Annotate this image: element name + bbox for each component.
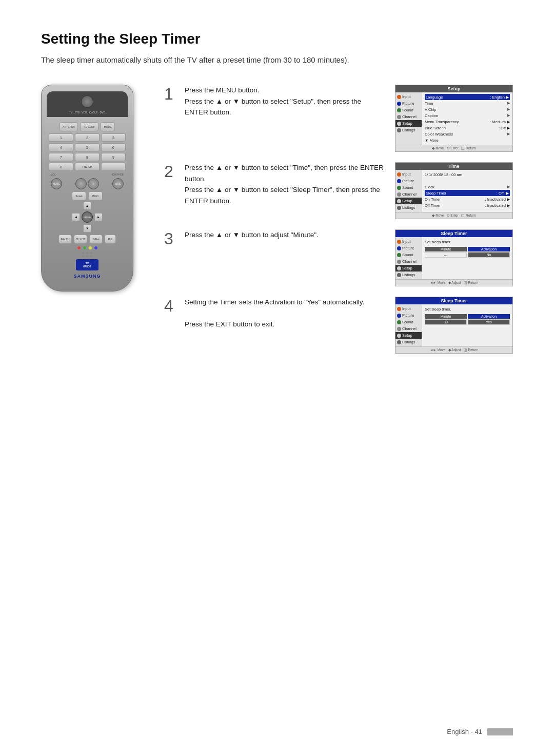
remote-container: TV STB VCR CABLE DVD ANTENNA TV Guide MO… xyxy=(41,85,144,292)
dot4 xyxy=(82,255,84,257)
screen-4-header: Sleep Timer xyxy=(395,297,512,304)
menu-sleeptimer: Sleep Timer : Off ▶ xyxy=(425,190,510,196)
menu-time-arrow: ▶ xyxy=(507,101,510,105)
sleep-val-activation: No xyxy=(468,252,510,258)
step-3-screen: Sleep Timer Input Picture xyxy=(395,229,513,286)
num-5[interactable]: 5 xyxy=(75,143,100,151)
remote-body: ANTENNA TV Guide MODE 1 2 3 4 5 6 7 8 9 xyxy=(47,120,128,281)
menu-transparency: Menu Transparency : Medium ▶ xyxy=(425,119,510,125)
dpad-left[interactable]: ◄ xyxy=(72,213,80,221)
dot2 xyxy=(86,252,88,254)
s4-listings-label: Listings xyxy=(402,340,415,344)
screen-2-header: Time xyxy=(395,163,512,170)
step-1-row: 1 Press the MENU button. Press the ▲ or … xyxy=(164,85,513,152)
num-1[interactable]: 1 xyxy=(49,133,73,142)
footer-text: English - 41 xyxy=(447,728,482,735)
vol-ch-controls: - + xyxy=(75,178,99,189)
screen-4-body: Input Picture Sound xyxy=(395,304,512,346)
num-4[interactable]: 4 xyxy=(49,143,73,151)
color-btns xyxy=(49,246,126,250)
menu-more: ▼ More xyxy=(425,137,510,143)
s4-set-text: Set sleep timer. xyxy=(425,306,510,312)
input-icon xyxy=(397,95,401,99)
prech-btn[interactable]: PRE-CH xyxy=(75,163,100,171)
dpad-right[interactable]: ► xyxy=(94,213,103,221)
screen-2-main: 1/ 1/ 2005/ 12 : 00 am Clock ▶ Sleep Tim… xyxy=(422,170,512,212)
tvguide-btn[interactable]: TV Guide xyxy=(80,122,98,131)
menu-transparency-label: Menu Transparency xyxy=(425,120,459,124)
screen-2-sidebar: Input Picture Sound xyxy=(395,170,422,212)
antenna-btn[interactable]: ANTENNA xyxy=(60,122,78,131)
num-8[interactable]: 8 xyxy=(75,153,100,161)
sidebar-channel-label: Channel xyxy=(402,114,417,119)
screen-3-body: Input Picture Sound xyxy=(395,237,512,279)
chlist-btn[interactable]: CH LIST xyxy=(74,235,87,244)
s3-set-text: Set sleep timer. xyxy=(425,239,510,245)
favch-btn[interactable]: FAV.CH xyxy=(58,235,72,244)
s4-sidebar-listings: Listings xyxy=(395,339,422,345)
source-btn[interactable]: SRC xyxy=(112,178,124,189)
num-0[interactable]: 0 xyxy=(49,163,73,171)
sleep-row-3: --- No xyxy=(425,252,510,258)
s3-sidebar-listings: Listings xyxy=(395,272,422,278)
step-1-number: 1 xyxy=(164,86,174,102)
s2-sidebar-channel: Channel xyxy=(395,191,422,198)
smart-btn[interactable]: Smart xyxy=(72,191,86,201)
mode-btn[interactable]: MODE xyxy=(101,122,115,131)
tvguide-box[interactable]: TVGUIDE xyxy=(76,259,98,270)
page-subtitle: The sleep timer automatically shuts off … xyxy=(41,55,513,64)
num-7[interactable]: 7 xyxy=(49,153,73,161)
antenna-row: ANTENNA TV Guide MODE xyxy=(49,122,126,131)
vol-ch-row: MUTE - + SRC xyxy=(49,178,126,189)
s4-val-activation: Yes xyxy=(468,319,510,325)
num-9[interactable]: 9 xyxy=(101,153,126,161)
pip-btn[interactable]: PIP xyxy=(105,235,116,244)
s2-sidebar-setup: Setup xyxy=(395,198,422,204)
dpad-enter[interactable]: ENTER xyxy=(82,211,93,223)
s4-input-label: Input xyxy=(402,306,411,311)
sidebar-channel: Channel xyxy=(395,113,422,120)
s3-sidebar-input: Input xyxy=(395,238,422,245)
blue-btn[interactable] xyxy=(94,246,98,250)
menu-vchip: V-Chip ▶ xyxy=(425,106,510,112)
yellow-btn[interactable] xyxy=(88,246,92,250)
num-6[interactable]: 6 xyxy=(101,143,126,151)
dpad-up[interactable]: ▲ xyxy=(83,202,91,210)
green-btn[interactable] xyxy=(83,246,87,250)
dots-row2 xyxy=(49,255,126,257)
vol-down[interactable]: - xyxy=(75,178,87,189)
menu-sleeptimer-value: : Off ▶ xyxy=(497,191,509,196)
sleep-table-4: Minute Activation 30 Yes xyxy=(425,314,510,325)
menu-caption: Caption ▶ xyxy=(425,112,510,119)
vol-up[interactable]: + xyxy=(88,178,99,189)
dpad-down[interactable]: ▼ xyxy=(83,224,91,232)
num-2[interactable]: 2 xyxy=(75,133,100,142)
screen-4-sidebar: Input Picture Sound xyxy=(395,304,422,346)
samsung-logo: SAMSUNG xyxy=(49,274,126,279)
info-btn[interactable]: INFO xyxy=(88,191,103,201)
step-4-screen: Sleep Timer Input Picture xyxy=(395,297,513,354)
screen-1-body: Input Picture Sound xyxy=(395,92,512,145)
s4-setup-icon xyxy=(397,334,401,338)
s2-sidebar-picture: Picture xyxy=(395,178,422,184)
power-button[interactable] xyxy=(81,95,93,108)
mute-btn[interactable]: MUTE xyxy=(51,178,62,189)
menu-colorweak: Color Weakness ▶ xyxy=(425,131,510,137)
menu-clock-label: Clock xyxy=(425,185,434,189)
screen-3-sidebar: Input Picture Sound xyxy=(395,237,422,279)
sound-icon xyxy=(397,108,401,112)
chpage-label: CH/PAGE xyxy=(112,173,124,176)
footer-bar xyxy=(487,728,513,735)
red-btn[interactable] xyxy=(77,246,81,250)
menu-ontimer: On Timer : Inactivated ▶ xyxy=(425,196,510,202)
s4-val-minute: 30 xyxy=(425,319,467,325)
menu-datetime-label: 1/ 1/ 2005/ 12 : 00 am xyxy=(425,172,462,177)
dots-row xyxy=(49,252,126,254)
setup-icon xyxy=(397,122,401,126)
num-3[interactable]: 3 xyxy=(101,133,126,142)
s4-setup-label: Setup xyxy=(402,333,412,338)
menu-time-label: Time xyxy=(425,101,433,106)
sidebar-setup-label: Setup xyxy=(402,121,412,126)
number-grid: 1 2 3 4 5 6 7 8 9 0 PRE-CH xyxy=(49,133,126,171)
dnet-btn[interactable]: D-Net xyxy=(89,235,103,244)
